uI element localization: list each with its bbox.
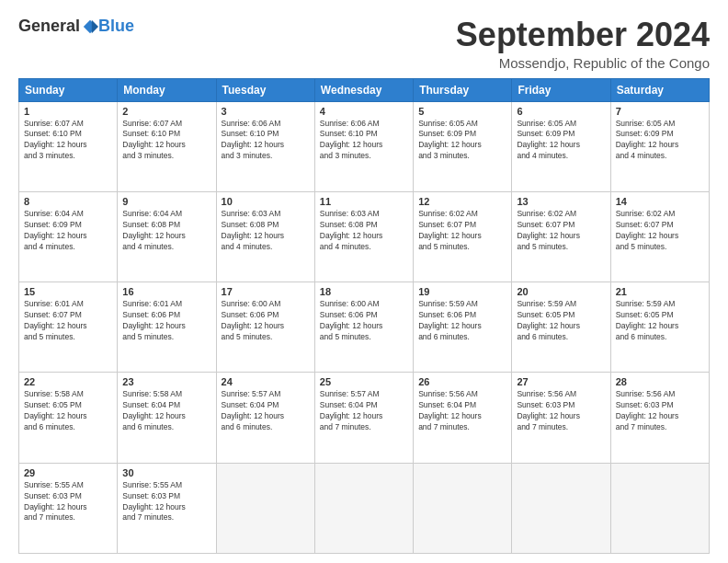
calendar-day-cell: 10Sunrise: 6:03 AM Sunset: 6:08 PM Dayli… — [216, 191, 314, 282]
calendar-day-cell: 24Sunrise: 5:57 AM Sunset: 6:04 PM Dayli… — [216, 373, 314, 463]
calendar-day-cell: 8Sunrise: 6:04 AM Sunset: 6:09 PM Daylig… — [19, 191, 118, 282]
weekday-header-cell: Tuesday — [216, 78, 314, 101]
day-info: Sunrise: 5:58 AM Sunset: 6:04 PM Dayligh… — [122, 389, 210, 433]
calendar-day-cell: 19Sunrise: 5:59 AM Sunset: 6:06 PM Dayli… — [414, 282, 512, 373]
calendar-day-cell: 4Sunrise: 6:06 AM Sunset: 6:10 PM Daylig… — [314, 101, 413, 191]
day-number: 14 — [616, 196, 704, 207]
calendar-day-cell: 30Sunrise: 5:55 AM Sunset: 6:03 PM Dayli… — [118, 463, 216, 553]
title-block: September 2024 Mossendjo, Republic of th… — [456, 17, 710, 71]
day-number: 11 — [320, 196, 408, 207]
calendar-day-cell — [414, 463, 512, 553]
svg-marker-1 — [92, 19, 98, 32]
logo-icon — [82, 18, 98, 35]
calendar-day-cell: 1Sunrise: 6:07 AM Sunset: 6:10 PM Daylig… — [19, 101, 118, 191]
day-info: Sunrise: 5:57 AM Sunset: 6:04 PM Dayligh… — [320, 389, 408, 433]
header: General Blue September 2024 Mossendjo, R… — [18, 17, 710, 71]
day-number: 10 — [222, 196, 310, 207]
day-number: 12 — [418, 196, 506, 207]
day-info: Sunrise: 6:00 AM Sunset: 6:06 PM Dayligh… — [222, 299, 310, 343]
day-number: 9 — [122, 196, 210, 207]
day-info: Sunrise: 5:59 AM Sunset: 6:05 PM Dayligh… — [616, 299, 704, 343]
day-info: Sunrise: 5:58 AM Sunset: 6:05 PM Dayligh… — [24, 389, 112, 433]
day-number: 13 — [517, 196, 605, 207]
calendar-day-cell: 5Sunrise: 6:05 AM Sunset: 6:09 PM Daylig… — [414, 101, 512, 191]
day-info: Sunrise: 6:07 AM Sunset: 6:10 PM Dayligh… — [122, 119, 210, 163]
day-number: 17 — [222, 286, 310, 297]
weekday-header-cell: Wednesday — [314, 78, 413, 101]
day-number: 3 — [222, 106, 310, 117]
day-info: Sunrise: 5:56 AM Sunset: 6:03 PM Dayligh… — [517, 389, 605, 433]
day-info: Sunrise: 5:59 AM Sunset: 6:05 PM Dayligh… — [517, 299, 605, 343]
day-info: Sunrise: 6:02 AM Sunset: 6:07 PM Dayligh… — [616, 209, 704, 253]
day-number: 21 — [616, 286, 704, 297]
day-info: Sunrise: 5:55 AM Sunset: 6:03 PM Dayligh… — [24, 480, 112, 524]
calendar-day-cell — [314, 463, 413, 553]
calendar-day-cell: 26Sunrise: 5:56 AM Sunset: 6:04 PM Dayli… — [414, 373, 512, 463]
calendar-week-row: 29Sunrise: 5:55 AM Sunset: 6:03 PM Dayli… — [19, 463, 710, 553]
day-info: Sunrise: 6:04 AM Sunset: 6:09 PM Dayligh… — [24, 209, 112, 253]
day-number: 6 — [517, 106, 605, 117]
day-number: 7 — [616, 106, 704, 117]
day-info: Sunrise: 6:04 AM Sunset: 6:08 PM Dayligh… — [122, 209, 210, 253]
calendar-day-cell: 17Sunrise: 6:00 AM Sunset: 6:06 PM Dayli… — [216, 282, 314, 373]
day-info: Sunrise: 6:01 AM Sunset: 6:06 PM Dayligh… — [122, 299, 210, 343]
day-info: Sunrise: 6:02 AM Sunset: 6:07 PM Dayligh… — [517, 209, 605, 253]
day-number: 4 — [320, 106, 408, 117]
calendar-week-row: 15Sunrise: 6:01 AM Sunset: 6:07 PM Dayli… — [19, 282, 710, 373]
month-title: September 2024 — [456, 17, 710, 53]
calendar-day-cell: 16Sunrise: 6:01 AM Sunset: 6:06 PM Dayli… — [118, 282, 216, 373]
calendar-day-cell: 11Sunrise: 6:03 AM Sunset: 6:08 PM Dayli… — [314, 191, 413, 282]
calendar-day-cell: 18Sunrise: 6:00 AM Sunset: 6:06 PM Dayli… — [314, 282, 413, 373]
day-info: Sunrise: 6:06 AM Sunset: 6:10 PM Dayligh… — [222, 119, 310, 163]
logo-blue: Blue — [98, 17, 134, 36]
calendar-day-cell: 22Sunrise: 5:58 AM Sunset: 6:05 PM Dayli… — [19, 373, 118, 463]
day-number: 5 — [418, 106, 506, 117]
day-number: 23 — [122, 376, 210, 387]
calendar-day-cell: 14Sunrise: 6:02 AM Sunset: 6:07 PM Dayli… — [610, 191, 709, 282]
day-info: Sunrise: 6:03 AM Sunset: 6:08 PM Dayligh… — [222, 209, 310, 253]
day-info: Sunrise: 6:07 AM Sunset: 6:10 PM Dayligh… — [24, 119, 112, 163]
weekday-header-row: SundayMondayTuesdayWednesdayThursdayFrid… — [19, 78, 710, 101]
weekday-header-cell: Thursday — [414, 78, 512, 101]
weekday-header-cell: Sunday — [19, 78, 118, 101]
calendar-day-cell: 20Sunrise: 5:59 AM Sunset: 6:05 PM Dayli… — [512, 282, 610, 373]
day-number: 22 — [24, 376, 112, 387]
day-info: Sunrise: 6:05 AM Sunset: 6:09 PM Dayligh… — [616, 119, 704, 163]
day-info: Sunrise: 5:59 AM Sunset: 6:06 PM Dayligh… — [418, 299, 506, 343]
calendar-day-cell: 13Sunrise: 6:02 AM Sunset: 6:07 PM Dayli… — [512, 191, 610, 282]
calendar-day-cell: 23Sunrise: 5:58 AM Sunset: 6:04 PM Dayli… — [118, 373, 216, 463]
day-info: Sunrise: 6:03 AM Sunset: 6:08 PM Dayligh… — [320, 209, 408, 253]
weekday-header-cell: Monday — [118, 78, 216, 101]
day-info: Sunrise: 6:00 AM Sunset: 6:06 PM Dayligh… — [320, 299, 408, 343]
calendar-week-row: 1Sunrise: 6:07 AM Sunset: 6:10 PM Daylig… — [19, 101, 710, 191]
calendar-day-cell: 9Sunrise: 6:04 AM Sunset: 6:08 PM Daylig… — [118, 191, 216, 282]
calendar-day-cell: 3Sunrise: 6:06 AM Sunset: 6:10 PM Daylig… — [216, 101, 314, 191]
calendar-day-cell: 21Sunrise: 5:59 AM Sunset: 6:05 PM Dayli… — [610, 282, 709, 373]
day-info: Sunrise: 5:56 AM Sunset: 6:04 PM Dayligh… — [418, 389, 506, 433]
day-info: Sunrise: 5:56 AM Sunset: 6:03 PM Dayligh… — [616, 389, 704, 433]
day-info: Sunrise: 5:55 AM Sunset: 6:03 PM Dayligh… — [122, 480, 210, 524]
calendar-day-cell: 2Sunrise: 6:07 AM Sunset: 6:10 PM Daylig… — [118, 101, 216, 191]
calendar-table: SundayMondayTuesdayWednesdayThursdayFrid… — [18, 78, 710, 554]
calendar-day-cell: 6Sunrise: 6:05 AM Sunset: 6:09 PM Daylig… — [512, 101, 610, 191]
calendar-day-cell: 7Sunrise: 6:05 AM Sunset: 6:09 PM Daylig… — [610, 101, 709, 191]
calendar-day-cell — [610, 463, 709, 553]
calendar-day-cell: 25Sunrise: 5:57 AM Sunset: 6:04 PM Dayli… — [314, 373, 413, 463]
day-number: 1 — [24, 106, 112, 117]
calendar-day-cell: 29Sunrise: 5:55 AM Sunset: 6:03 PM Dayli… — [19, 463, 118, 553]
calendar-body: 1Sunrise: 6:07 AM Sunset: 6:10 PM Daylig… — [19, 101, 710, 553]
day-number: 29 — [24, 467, 112, 478]
day-number: 18 — [320, 286, 408, 297]
day-number: 8 — [24, 196, 112, 207]
calendar-week-row: 8Sunrise: 6:04 AM Sunset: 6:09 PM Daylig… — [19, 191, 710, 282]
day-number: 15 — [24, 286, 112, 297]
calendar-week-row: 22Sunrise: 5:58 AM Sunset: 6:05 PM Dayli… — [19, 373, 710, 463]
calendar-page: General Blue September 2024 Mossendjo, R… — [0, 0, 728, 563]
calendar-day-cell: 12Sunrise: 6:02 AM Sunset: 6:07 PM Dayli… — [414, 191, 512, 282]
day-info: Sunrise: 6:05 AM Sunset: 6:09 PM Dayligh… — [517, 119, 605, 163]
day-info: Sunrise: 6:06 AM Sunset: 6:10 PM Dayligh… — [320, 119, 408, 163]
logo: General Blue — [18, 17, 134, 36]
weekday-header-cell: Friday — [512, 78, 610, 101]
day-number: 24 — [222, 376, 310, 387]
day-number: 20 — [517, 286, 605, 297]
